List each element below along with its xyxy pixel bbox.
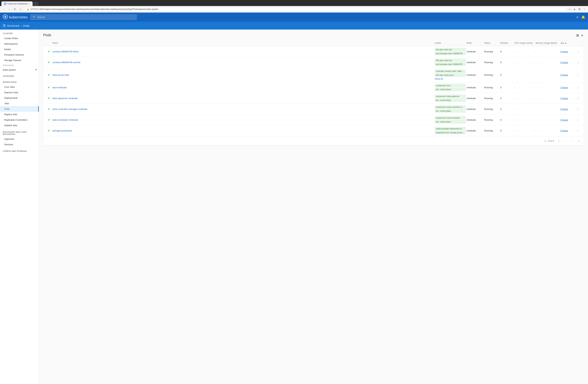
pagination-first-button[interactable]: ⇤ (557, 138, 562, 143)
kubernetes-app: kubernetes 🔍 Search + 🔔 ☰ Workloads › Po… (0, 13, 588, 384)
age-link[interactable]: 3 hours (560, 74, 568, 76)
sidebar-discovery-header: Discovery and Load Balancing (0, 128, 39, 136)
age-link[interactable]: 3 hours (560, 61, 568, 64)
age-link[interactable]: 3 hours (560, 50, 568, 53)
browser-chrome: Kubernetes Dashboard ✕ + (0, 0, 588, 6)
sidebar-item-cluster-roles[interactable]: Cluster Roles (0, 36, 39, 41)
tab-favicon (4, 2, 6, 5)
table-row: ✔ etcd-minikube component: etcdtier: con… (43, 82, 584, 93)
more-options-button[interactable]: ⋮ (575, 50, 582, 53)
menu-icon[interactable]: ☰ (3, 24, 6, 28)
new-tab-button[interactable]: + (33, 2, 39, 6)
logo-text: kubernetes (9, 15, 28, 19)
more-options-button[interactable]: ⋮ (575, 96, 582, 100)
sidebar-item-stateful-sets[interactable]: Stateful Sets (0, 123, 39, 128)
browser-actions: ☆ ● ⚙ ⋮ (567, 7, 587, 11)
label-chip: component: kube-controller-manager (435, 105, 466, 109)
extensions-button[interactable]: ⚙ (577, 7, 582, 11)
status-icon: ✔ (45, 118, 52, 122)
more-options-button[interactable]: ⋮ (575, 85, 582, 89)
profile-button[interactable]: ● (572, 7, 577, 11)
sidebar-item-ingresses[interactable]: Ingresses (0, 136, 39, 142)
sidebar-item-cron-jobs[interactable]: Cron Jobs (0, 84, 39, 90)
url-bar[interactable]: 🔒 127.0.0.1:64514/api/v1/namespaces/kube… (24, 7, 566, 11)
node-cell: minikube (467, 50, 484, 53)
back-button[interactable]: ← (1, 7, 6, 11)
more-options-button[interactable]: ⋮ (575, 129, 582, 133)
pod-name-link[interactable]: storage-provisioner (52, 129, 72, 132)
more-options-button[interactable]: ⋮ (575, 107, 582, 111)
bookmark-button[interactable]: ☆ (567, 7, 572, 11)
age-link[interactable]: 3 hours (560, 97, 568, 100)
pod-name-link[interactable]: kube-apiserver-minikube (52, 97, 78, 100)
sort-icon[interactable]: ▲ (581, 33, 584, 37)
age-link[interactable]: 3 hours (560, 108, 568, 110)
pagination-last-button[interactable]: ⇥ (576, 138, 581, 143)
more-options-button[interactable]: ⋮ (575, 60, 582, 64)
cpu-cell: - (514, 50, 536, 53)
status-icon: ✔ (45, 60, 52, 64)
pagination-next-button[interactable]: › (569, 138, 575, 143)
th-age[interactable]: Age ▲ (560, 42, 575, 44)
notifications-button[interactable]: 🔔 (581, 15, 585, 19)
active-tab[interactable]: Kubernetes Dashboard ✕ (1, 1, 33, 6)
forward-button[interactable]: → (7, 7, 11, 11)
sidebar-overview-header: Overview (0, 72, 39, 78)
pod-name-link[interactable]: kube-scheduler-minikube (52, 119, 78, 121)
pod-name-cell: kube-apiserver-minikube (52, 97, 435, 100)
pod-name-link[interactable]: kube-proxy-tsdrj (52, 74, 69, 76)
tab-close-button[interactable]: ✕ (28, 3, 30, 5)
pod-name-link[interactable]: coredns-66bff467f8-wxmhd (52, 61, 80, 64)
namespace-selector[interactable]: kube-system ▼ (0, 67, 39, 72)
status-icon: ✔ (45, 85, 52, 89)
pagination-prev-button[interactable]: ‹ (563, 138, 568, 143)
sidebar-item-storage-classes[interactable]: Storage Classes (0, 58, 39, 63)
pod-name-link[interactable]: etcd-minikube (52, 86, 67, 89)
age-link[interactable]: 3 hours (560, 119, 568, 121)
filter-icon[interactable]: ▦ (576, 33, 579, 37)
age-cell: 3 hours (560, 119, 575, 121)
sidebar-namespace-label: Namespace (0, 63, 39, 67)
status-ok-icon: ✔ (48, 60, 50, 64)
search-icon: 🔍 (33, 16, 36, 19)
breadcrumb-current: Pods (23, 24, 29, 27)
search-placeholder: Search (37, 16, 45, 19)
more-options-button[interactable]: ⋮ (575, 118, 582, 122)
age-cell: 3 hours (560, 108, 575, 110)
home-button[interactable]: ⌂ (19, 7, 23, 11)
sidebar-item-jobs[interactable]: Jobs (0, 101, 39, 106)
browser-tabs: Kubernetes Dashboard ✕ + (1, 1, 587, 6)
more-options-button[interactable]: ⋮ (575, 73, 582, 77)
show-all-link[interactable]: Show all (435, 78, 467, 80)
sidebar-item-nodes[interactable]: Nodes (0, 46, 39, 52)
status-cell: Running (484, 119, 500, 121)
browser-toolbar: ← → ↻ ⌂ 🔒 127.0.0.1:64514/api/v1/namespa… (0, 6, 588, 13)
page-title-row: Pods ▦ ▲ (43, 33, 584, 37)
pagination: 1 – 8 of 8 ⇤ ‹ › ⇥ (43, 136, 584, 145)
th-restarts: Restarts (500, 42, 514, 44)
search-bar[interactable]: 🔍 Search (30, 15, 137, 20)
labels-col: controller-revision-hash: c8bb659c5k8s-a… (435, 70, 467, 80)
pod-name-link[interactable]: kube-controller-manager-minikube (52, 108, 87, 110)
reload-button[interactable]: ↻ (13, 7, 17, 11)
sidebar-item-replication-controllers[interactable]: Replication Controllers (0, 117, 39, 123)
more-options-button[interactable]: ⋮ (582, 7, 587, 11)
age-cell: 3 hours (560, 50, 575, 53)
age-link[interactable]: 3 hours (560, 129, 568, 132)
sidebar-item-daemon-sets[interactable]: Daemon Sets (0, 90, 39, 95)
sidebar-item-deployments[interactable]: Deployments (0, 95, 39, 101)
breadcrumb-workloads[interactable]: Workloads (7, 24, 20, 27)
table-row: ✔ kube-proxy-tsdrj controller-revision-h… (43, 68, 584, 82)
table-row: ✔ storage-provisioner addonmanager.kuber… (43, 125, 584, 136)
age-link[interactable]: 3 hours (560, 86, 568, 89)
label-chip: controller-revision-hash: c8bb659c5 (435, 70, 466, 73)
sidebar-item-replica-sets[interactable]: Replica Sets (0, 112, 39, 117)
node-cell: minikube (467, 119, 484, 121)
sidebar-item-services[interactable]: Services (0, 142, 39, 147)
status-cell: Running (484, 97, 500, 100)
sidebar-item-namespaces[interactable]: Namespaces (0, 41, 39, 46)
sidebar-item-pods[interactable]: Pods (0, 106, 39, 112)
add-button[interactable]: + (576, 15, 578, 19)
pod-name-link[interactable]: coredns-66bff467f8-h8rsk (52, 50, 79, 53)
sidebar-item-persistent-volumes[interactable]: Persistent Volumes (0, 52, 39, 58)
